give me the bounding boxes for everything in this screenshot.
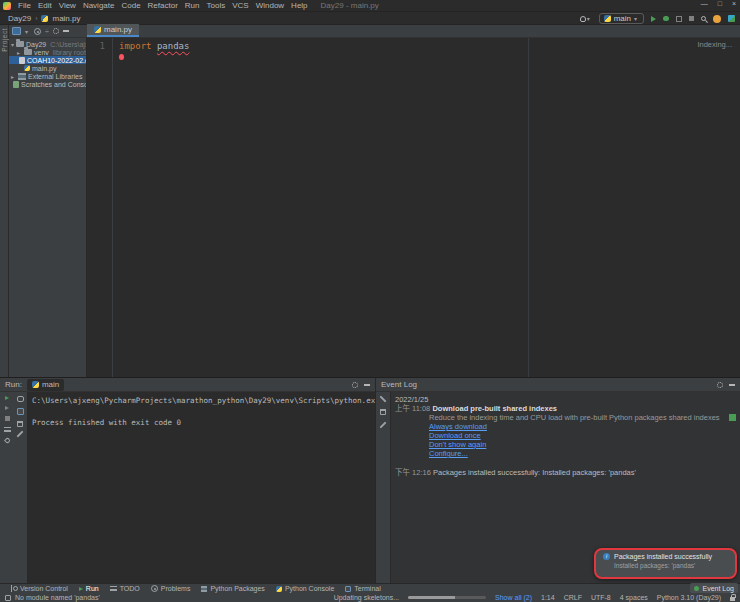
file-encoding[interactable]: UTF-8 [591, 594, 611, 601]
tree-item-label: COAH10-2022-02.csv [27, 57, 87, 64]
toolwindow-label: Terminal [354, 585, 380, 592]
gear-icon[interactable] [352, 382, 358, 388]
menu-file[interactable]: File [18, 1, 31, 10]
rerun-failed-button[interactable] [5, 406, 9, 410]
run-console[interactable]: C:\Users\ajxeng\PycharmProjects\marathon… [28, 392, 375, 584]
tree-item-external-libraries[interactable]: External Libraries [9, 72, 86, 80]
tree-item-scratches[interactable]: Scratches and Consoles [9, 80, 86, 88]
locate-file-button[interactable] [34, 28, 41, 35]
console-exit-line: Process finished with exit code 0 [32, 417, 181, 428]
toolwindow-label: TODO [120, 585, 140, 592]
coverage-button[interactable] [676, 16, 682, 22]
link-always-download[interactable]: Always download [395, 422, 730, 431]
toolwindow-python-console[interactable]: Python Console [276, 585, 334, 592]
run-toolbar-left [0, 392, 28, 584]
menu-window[interactable]: Window [256, 1, 284, 10]
lock-icon[interactable] [730, 597, 735, 601]
tab-mainpy[interactable]: main.py [87, 24, 139, 37]
folder-icon [16, 41, 24, 47]
gear-icon[interactable] [717, 382, 723, 388]
menu-navigate[interactable]: Navigate [83, 1, 115, 10]
minimize-button[interactable]: — [701, 0, 708, 7]
menu-help[interactable]: Help [291, 1, 307, 10]
scratches-icon [13, 81, 19, 88]
editor[interactable]: 1 import pandas Indexing... [87, 38, 740, 377]
show-all-link[interactable]: Show all (2) [495, 594, 532, 601]
event-description: Reduce the indexing time and CPU load wi… [395, 413, 730, 422]
hide-panel-button[interactable] [729, 384, 735, 386]
menu-edit[interactable]: Edit [38, 1, 52, 10]
menu-run[interactable]: Run [185, 1, 200, 10]
toolwindow-problems[interactable]: Problems [151, 585, 191, 592]
menu-refactor[interactable]: Refactor [148, 1, 178, 10]
clear-log-button[interactable] [380, 409, 386, 415]
console-settings-icon[interactable] [16, 430, 23, 437]
menu-tools[interactable]: Tools [207, 1, 226, 10]
link-configure[interactable]: Configure... [395, 449, 730, 458]
console-command-line: C:\Users\ajxeng\PycharmProjects\marathon… [32, 396, 375, 405]
code-line[interactable]: import pandas [119, 41, 189, 51]
line-separator[interactable]: CRLF [564, 594, 582, 601]
event-log-content[interactable]: 2022/1/25 上午 11:08 Download pre-built sh… [395, 395, 730, 477]
collapse-all-button[interactable]: ÷ [45, 28, 49, 35]
toolwindow-run[interactable]: Run [79, 585, 99, 592]
tree-item-csv[interactable]: COAH10-2022-02.csv [9, 56, 86, 64]
project-view-select[interactable] [12, 27, 21, 35]
toolwindow-event-log[interactable]: Event Log [690, 583, 738, 593]
interpreter[interactable]: Python 3.10 (Day29) [657, 594, 721, 601]
tree-item-venv[interactable]: venv library root [9, 48, 86, 56]
restore-layout-icon[interactable] [4, 427, 11, 432]
search-everywhere-icon[interactable] [701, 16, 706, 21]
error-bulb-icon[interactable] [119, 54, 124, 60]
event-icon[interactable] [5, 595, 11, 601]
run-configuration-label: main [614, 14, 631, 23]
stop-process-button[interactable] [5, 416, 10, 421]
python-config-icon [32, 381, 39, 388]
toolwindow-todo[interactable]: TODO [110, 585, 140, 592]
hide-panel-button[interactable] [364, 384, 370, 386]
soft-wrap-button[interactable] [17, 396, 24, 402]
hide-panel-button[interactable] [63, 30, 69, 32]
chevron-down-icon [25, 28, 30, 35]
event-time: 上午 11:08 [395, 404, 430, 413]
rerun-button[interactable] [5, 396, 9, 400]
notification-popup[interactable]: Packages installed successfully Installe… [594, 548, 737, 579]
chevron-right-icon [17, 49, 22, 56]
project-stripe-button[interactable]: Project [1, 28, 8, 52]
indent-style[interactable]: 4 spaces [620, 594, 648, 601]
menu-code[interactable]: Code [121, 1, 140, 10]
breadcrumb-project[interactable]: Day29 [8, 14, 31, 23]
link-dont-show-again[interactable]: Don't show again [395, 440, 730, 449]
background-task-progress [408, 596, 486, 599]
user-icon [580, 16, 586, 22]
run-configuration-select[interactable]: main [599, 13, 644, 24]
status-bar: No module named 'pandas' Updating skelet… [0, 593, 740, 602]
stop-button[interactable] [689, 16, 694, 21]
tree-item-label: venv [34, 49, 49, 56]
debug-button[interactable] [663, 16, 669, 21]
clear-console-button[interactable] [17, 421, 23, 427]
close-button[interactable]: × [732, 0, 736, 7]
scroll-to-end-button[interactable] [17, 408, 24, 415]
run-tab-main[interactable]: main [27, 379, 64, 391]
learn-ide-icon[interactable] [728, 15, 735, 22]
tree-item-mainpy[interactable]: main.py [9, 64, 86, 72]
toolwindow-terminal[interactable]: Terminal [345, 585, 380, 592]
code-with-me-icon[interactable] [713, 15, 721, 23]
run-button[interactable] [651, 16, 656, 22]
maximize-button[interactable]: □ [718, 0, 722, 7]
menu-vcs[interactable]: VCS [232, 1, 248, 10]
tree-item-day29[interactable]: Day29 C:\Users\ajxeng... [9, 40, 86, 48]
pin-tab-icon[interactable] [3, 437, 10, 444]
edit-icon[interactable] [379, 395, 386, 402]
caret-position[interactable]: 1:14 [541, 594, 555, 601]
breadcrumb-file[interactable]: main.py [52, 14, 80, 23]
link-download-once[interactable]: Download once [395, 431, 730, 440]
project-settings-button[interactable] [53, 28, 59, 34]
toolwindow-version-control[interactable]: Version Control [8, 585, 68, 592]
event-log-title: Event Log [381, 380, 417, 389]
toolwindow-python-packages[interactable]: Python Packages [201, 585, 264, 592]
log-settings-icon[interactable] [379, 421, 386, 428]
menu-view[interactable]: View [59, 1, 76, 10]
user-menu[interactable] [580, 15, 592, 22]
